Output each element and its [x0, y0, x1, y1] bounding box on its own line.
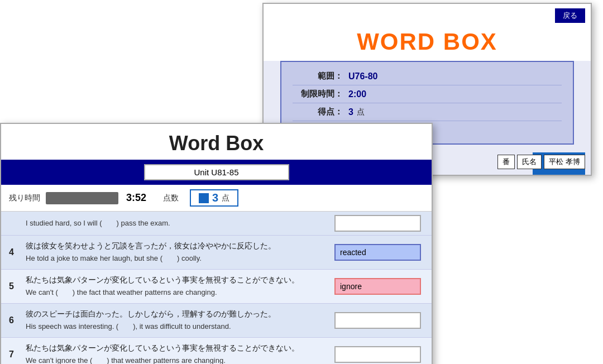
back-button[interactable]: 戻る: [555, 8, 585, 23]
question-input-wrap: [334, 312, 424, 329]
ban-cell: 番: [497, 155, 515, 169]
question-ja: 彼は彼女を笑わせようと冗談を言ったが，彼女は冷ややかに反応した。: [26, 241, 329, 251]
score-section: 3 点: [190, 189, 238, 207]
unit-bar: [1, 160, 432, 185]
unit-input[interactable]: [144, 164, 289, 180]
name-row: 番 氏名 平松 孝博: [497, 155, 585, 169]
partial-input[interactable]: [334, 215, 421, 232]
range-value: U76-80: [348, 71, 377, 82]
question-row: 7私たちは気象パターンが変化しているという事実を無視することができない。We c…: [1, 338, 432, 364]
score-display: 3: [212, 191, 218, 204]
question-num: 4: [9, 247, 26, 257]
question-ja: 私たちは気象パターンが変化しているという事実を無視することができない。: [26, 275, 329, 285]
question-text: 私たちは気象パターンが変化しているという事実を無視することができない。We ca…: [26, 275, 329, 298]
question-num: 6: [9, 315, 26, 325]
timelimit-label: 制限時間：: [293, 89, 343, 99]
question-ja: 彼のスピーチは面白かった。しかしながら，理解するのが難しかった。: [26, 309, 329, 319]
shimei-cell: 氏名: [517, 155, 542, 169]
score-icon: [199, 193, 209, 203]
question-en: We can't ignore the ( ) that weather pat…: [26, 356, 329, 364]
question-text: 私たちは気象パターンが変化しているという事実を無視することができない。We ca…: [26, 343, 329, 364]
question-ja: 私たちは気象パターンが変化しているという事実を無視することができない。: [26, 343, 329, 353]
question-text: 彼は彼女を笑わせようと冗談を言ったが，彼女は冷ややかに反応した。He told …: [26, 241, 329, 264]
timelimit-row: 制限時間： 2:00: [293, 85, 562, 103]
question-input-wrap: [334, 244, 424, 261]
score-unit-label: 点: [222, 193, 229, 203]
score-value: 3: [348, 107, 353, 117]
question-input[interactable]: [334, 312, 421, 329]
question-en: He told a joke to make her laugh, but sh…: [26, 253, 329, 264]
score-row: 得点： 3 点: [293, 103, 562, 121]
partial-en: I studied hard, so I will ( ) pass the e…: [26, 218, 329, 228]
front-window: Word Box 残り時間 3:52 点数 3 点 I studied hard…: [0, 123, 433, 364]
question-en: We can't ( ) the fact that weather patte…: [26, 288, 329, 298]
front-header: Word Box: [1, 124, 432, 160]
range-label: 範囲：: [293, 71, 343, 82]
question-text: 彼のスピーチは面白かった。しかしながら，理解するのが難しかった。His spee…: [26, 309, 329, 332]
back-window-header: 戻る: [264, 4, 591, 25]
partial-input-wrap: [334, 215, 424, 232]
word-box-title: WORD BOX: [264, 25, 591, 61]
score-unit: 点: [357, 107, 365, 117]
question-input[interactable]: [334, 278, 421, 295]
time-progress-bar: [46, 192, 118, 204]
range-row: 範囲： U76-80: [293, 68, 562, 85]
question-num: 5: [9, 281, 26, 291]
question-input[interactable]: [334, 346, 421, 363]
score-label: 得点：: [293, 107, 343, 117]
front-title: Word Box: [1, 132, 432, 155]
stats-bar: 残り時間 3:52 点数 3 点: [1, 185, 432, 212]
name-cell: 平松 孝博: [544, 155, 585, 169]
partial-row: I studied hard, so I will ( ) pass the e…: [1, 212, 432, 236]
question-input-wrap: [334, 278, 424, 295]
time-value: 3:52: [126, 192, 146, 204]
score-label: 点数: [163, 193, 179, 203]
question-input[interactable]: [334, 244, 421, 261]
question-row: 6彼のスピーチは面白かった。しかしながら，理解するのが難しかった。His spe…: [1, 304, 432, 338]
question-row: 5私たちは気象パターンが変化しているという事実を無視することができない。We c…: [1, 270, 432, 304]
question-en: His speech was interesting. ( ), it was …: [26, 322, 329, 332]
partial-text: I studied hard, so I will ( ) pass the e…: [26, 218, 329, 228]
question-num: 7: [9, 349, 26, 360]
timelimit-value: 2:00: [348, 89, 366, 99]
question-area: 4彼は彼女を笑わせようと冗談を言ったが，彼女は冷ややかに反応した。He told…: [1, 236, 432, 364]
question-row: 4彼は彼女を笑わせようと冗談を言ったが，彼女は冷ややかに反応した。He told…: [1, 236, 432, 270]
time-label: 残り時間: [9, 193, 40, 203]
question-input-wrap: [334, 346, 424, 363]
